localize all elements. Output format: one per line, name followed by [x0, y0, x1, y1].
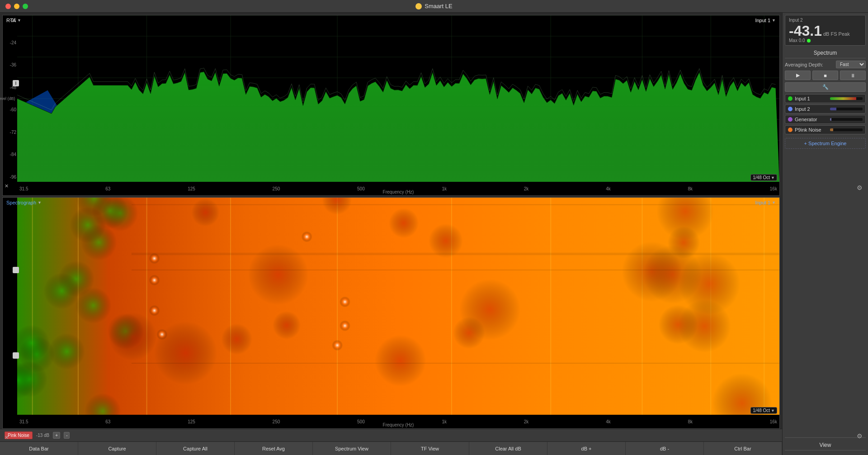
sx-tick-63: 63 — [105, 419, 110, 424]
rta-close-btn[interactable]: ✕ — [5, 183, 9, 189]
signal-row-input1[interactable]: Input 1 — [785, 94, 866, 103]
averaging-depth-select[interactable]: Fast Medium Slow — [836, 61, 866, 68]
rta-input-label[interactable]: Input 1 ▼ — [755, 18, 776, 23]
close-button[interactable] — [5, 4, 11, 9]
rta-x-axis-label: Frequency (Hz) — [383, 190, 414, 194]
main-area: RTA ▼ Input 1 ▼ Level (dB) -12 -24 -36 -… — [0, 13, 868, 455]
averaging-depth-label: Averaging Depth: — [785, 62, 823, 67]
peak-indicator — [807, 39, 811, 43]
ctrl-bar-btn[interactable]: Ctrl Bar — [704, 442, 782, 455]
input1-meter-fill — [830, 97, 856, 100]
spectrograph-input-label[interactable]: Input 1 ▼ — [755, 200, 776, 205]
sx-tick-8k: 8k — [688, 419, 693, 424]
rta-panel-controls: ✕ — [5, 183, 9, 189]
input2-dot — [788, 107, 793, 111]
rta-res-arrow: ▼ — [771, 175, 775, 180]
spec-slider-bottom[interactable] — [13, 352, 19, 359]
rta-gear-btn[interactable]: ⚙ — [856, 183, 863, 192]
y-tick--72: -72 — [4, 130, 16, 135]
right-sidebar: Input 2 -43.1 dB FS Peak Max 0.0 Spectru… — [782, 13, 868, 455]
capture-btn[interactable]: Capture — [78, 442, 156, 455]
spec-resolution-value: 1/48 Oct — [753, 408, 770, 413]
data-bar-btn[interactable]: Data Bar — [0, 442, 78, 455]
minimize-button[interactable] — [14, 4, 19, 9]
play-btn[interactable]: ▶ — [785, 71, 811, 80]
db-minus-btn[interactable]: - — [64, 432, 70, 439]
spec-close-btn[interactable]: ✕ — [5, 435, 9, 441]
spec-res-arrow: ▼ — [771, 408, 775, 413]
db-unit-label: dB FS Peak — [823, 31, 850, 37]
capture-all-btn[interactable]: Capture All — [156, 442, 235, 455]
rta-input-dropdown-arrow[interactable]: ▼ — [772, 18, 776, 23]
x-tick-1k: 1k — [442, 186, 447, 191]
spec-resolution-selector[interactable]: 1/48 Oct ▼ — [750, 407, 777, 414]
spectrum-view-btn[interactable]: Spectrum View — [313, 442, 391, 455]
sx-tick-16k: 16k — [770, 419, 777, 424]
rta-canvas — [17, 15, 779, 182]
transport-controls: ▶ ■ ⏸ — [785, 71, 866, 80]
rta-label: RTA ▼ — [6, 18, 21, 23]
generator-meter — [830, 118, 863, 121]
y-axis: Level (dB) -12 -24 -36 -48 -60 -72 -84 -… — [3, 15, 17, 182]
sx-tick-2k: 2k — [524, 419, 529, 424]
app-title-text: Smaart LE — [425, 3, 452, 9]
rta-resolution-selector[interactable]: 1/48 Oct ▼ — [750, 174, 777, 181]
rta-header: RTA ▼ Input 1 ▼ — [6, 18, 776, 23]
rta-gear-control: ⚙ — [856, 183, 863, 192]
pause-btn[interactable]: ⏸ — [840, 71, 866, 80]
generator-name: Generator — [795, 117, 828, 122]
sx-tick-250: 250 — [273, 419, 280, 424]
y-tick--84: -84 — [4, 152, 16, 157]
input-meter-header: Input 2 — [789, 18, 862, 23]
pink-noise-btn[interactable]: Pink Noise — [5, 431, 33, 439]
input2-name: Input 2 — [795, 106, 828, 112]
x-tick-63: 63 — [105, 186, 110, 191]
x-tick-31: 31.5 — [19, 186, 28, 191]
sx-tick-500: 500 — [357, 419, 365, 424]
spectrograph-header: Spectrograph ▼ Input 1 ▼ — [6, 200, 776, 205]
db-minus-toolbar-btn[interactable]: dB - — [626, 442, 704, 455]
stop-btn[interactable]: ■ — [812, 71, 838, 80]
sx-tick-1k: 1k — [442, 419, 447, 424]
y-tick--60: -60 — [4, 107, 16, 112]
spectrograph-title: Spectrograph — [6, 200, 36, 205]
spec-input-arrow[interactable]: ▼ — [772, 200, 776, 205]
x-tick-250: 250 — [273, 186, 280, 191]
view-section-title: View — [785, 440, 866, 450]
db-value-display: -43.1 — [789, 24, 822, 38]
pink-noise-meter — [830, 128, 863, 131]
spec-slider-top[interactable] — [13, 267, 19, 273]
input1-meter — [830, 97, 863, 100]
reset-avg-btn[interactable]: Reset Avg — [235, 442, 313, 455]
rta-x-axis: 31.5 63 125 250 500 1k 2k 4k 8k 16k Freq… — [17, 182, 779, 195]
rta-dropdown-arrow[interactable]: ▼ — [17, 18, 21, 23]
input-label: Input 2 — [789, 18, 803, 23]
input2-meter — [830, 108, 863, 110]
spec-input-name: Input 1 — [755, 200, 770, 205]
add-spectrum-engine-btn[interactable]: + Spectrum Engine — [785, 138, 866, 149]
spec-dropdown-arrow[interactable]: ▼ — [38, 200, 42, 205]
y-tick--24: -24 — [4, 40, 16, 45]
spec-x-axis-label: Frequency (Hz) — [383, 422, 414, 427]
x-tick-8k: 8k — [688, 186, 693, 191]
pink-noise-name: P9ink Noise — [795, 127, 828, 133]
averaging-depth-row: Averaging Depth: Fast Medium Slow — [785, 61, 866, 68]
y-tick--36: -36 — [4, 62, 16, 67]
tf-view-btn[interactable]: TF View — [391, 442, 469, 455]
clear-all-db-btn[interactable]: Clear All dB — [469, 442, 547, 455]
db-plus-btn[interactable]: + — [53, 432, 60, 439]
signal-row-generator[interactable]: Generator — [785, 115, 866, 124]
db-plus-toolbar-btn[interactable]: dB + — [547, 442, 626, 455]
x-tick-2k: 2k — [524, 186, 529, 191]
spectrum-section-title: Spectrum — [785, 48, 866, 58]
app-title: Smaart LE — [415, 3, 452, 9]
signal-row-pink-noise[interactable]: P9ink Noise — [785, 125, 866, 134]
level-slider-handle[interactable] — [13, 80, 19, 86]
bottom-toolbar: Data Bar Capture Capture All Reset Avg S… — [0, 441, 782, 455]
maximize-button[interactable] — [23, 4, 28, 9]
input1-name: Input 1 — [795, 96, 828, 101]
signal-row-input2[interactable]: Input 2 — [785, 104, 866, 114]
spec-gear-btn[interactable]: ⚙ — [856, 431, 863, 441]
wrench-btn[interactable]: 🔧 — [785, 82, 866, 92]
x-tick-500: 500 — [357, 186, 365, 191]
